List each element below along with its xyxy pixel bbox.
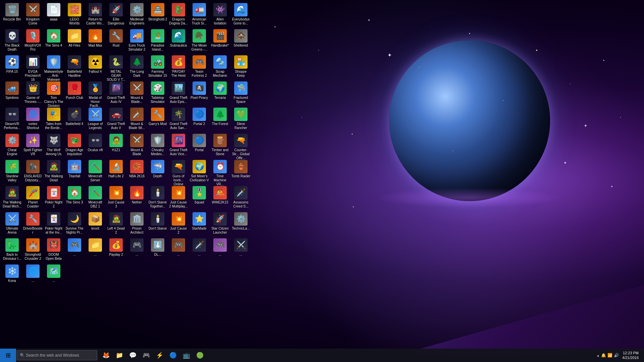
desktop-icon-mount-blade-2[interactable]: ⚔️ Mount & Blade: [126, 132, 147, 159]
desktop-icon-guns-online[interactable]: 🔫 Guns of Isorb... Online: [168, 159, 189, 185]
desktop-icon-wolf-among-us[interactable]: 🐺 The Wolf Among Us: [43, 132, 64, 159]
desktop-icon-euro-truck-2[interactable]: 🚚 Euro Truck Simulator 2: [126, 28, 147, 54]
desktop-icon-scrap-mechanic[interactable]: 🔩 Scrap Mechanic: [210, 54, 230, 80]
desktop-icon-the-black-death[interactable]: 💀 The Black Death: [2, 28, 22, 54]
taskbar-icon-task-explorer[interactable]: 📁: [113, 349, 125, 361]
desktop-icon-punch-club[interactable]: 🥊 Punch Club: [64, 80, 85, 106]
desktop-icon-everybodys-gone[interactable]: 🌊 Everybodys Gone to...: [230, 2, 251, 28]
desktop-icon-icon-row8-11[interactable]: 🌐 ...: [22, 263, 43, 289]
desktop-icon-icon-dl[interactable]: ⬇️ DL...: [147, 237, 168, 263]
desktop-icon-driver-booster[interactable]: 🔧 DriverBooster: [22, 211, 43, 237]
desktop-icon-subnautica[interactable]: 🌊 Subnautica: [168, 28, 189, 54]
desktop-icon-steamvr[interactable]: 👓 SteamVR Performa...: [2, 106, 22, 132]
desktop-icon-walking-dead-mich[interactable]: 🧟 The Walking Dead Mich...: [2, 185, 22, 211]
desktop-icon-metal-gear[interactable]: 🐍 METAL GEAR SOLID V T...: [106, 54, 126, 80]
desktop-icon-poker-night-inv[interactable]: 🃏 Poker Night at the Inv...: [43, 211, 64, 237]
desktop-icon-survive-nights[interactable]: 🌙 Survive The Nights Pr...: [64, 211, 85, 237]
desktop-icon-depth[interactable]: 🦈 Depth: [147, 159, 168, 185]
desktop-icon-timber-stone[interactable]: 🪵 Timber and Stone: [210, 132, 230, 159]
desktop-icon-h1z1[interactable]: 🧟 H1Z1: [106, 132, 126, 159]
desktop-icon-spintires[interactable]: 🚙 Spintires: [2, 80, 22, 106]
desktop-icon-pixel-piracy[interactable]: 🏴‍☠️ Pixel Piracy: [189, 80, 210, 106]
desktop-icon-recycle-bin[interactable]: 🗑️ Recycle Bin: [2, 2, 22, 28]
desktop-icon-sheltered[interactable]: 🏚️ Sheltered: [230, 28, 251, 54]
desktop-icon-poker-night-2[interactable]: 🃏 Poker Night 2: [43, 185, 64, 211]
desktop-icon-walking-dead[interactable]: 🧟 The Walking Dead: [43, 159, 64, 185]
desktop-icon-titanfall[interactable]: 🤖 Titanfall: [64, 159, 85, 185]
desktop-icon-ultimate-arena[interactable]: ⚔️ Ultimate Arena: [2, 211, 22, 237]
desktop-icon-tabletop-sim[interactable]: 🎲 Tabletop Simulator: [147, 80, 168, 106]
desktop-icon-icon-row8-1[interactable]: 🎮 ...: [64, 237, 85, 263]
desktop-icon-terraria[interactable]: 🌍 Terraria: [210, 80, 230, 106]
search-bar[interactable]: 🔍 Search the web and Windows: [17, 350, 97, 360]
desktop-icon-back-to-dinosaur[interactable]: 🦕 Back to Dinosaur I...: [2, 237, 22, 263]
desktop-icon-game-of-thrones[interactable]: 👑 Game of Thrones -...: [22, 80, 43, 106]
desktop-icon-slime-rancher[interactable]: 💚 Slime Rancher: [230, 106, 251, 132]
desktop-icon-medal-honor[interactable]: 🏅 Medal of Honor Pacifi...: [85, 80, 106, 106]
desktop-icon-dragons-dogma[interactable]: 🐉 Dragons Dogma Da...: [168, 2, 189, 28]
desktop-icon-evga-precision[interactable]: 📊 EVGA PrecisionX 16: [22, 54, 43, 80]
desktop-icon-mount-blade-war[interactable]: 🗡️ Mount & Blade Wi...: [126, 106, 147, 132]
desktop-icon-battlefield-4[interactable]: 💣 Battlefield 4: [64, 106, 85, 132]
desktop-icon-time-machine[interactable]: ⏰ Time Machine VR...: [210, 159, 230, 185]
desktop-icon-shoppe-keep[interactable]: 🏪 Shoppe Keep: [230, 54, 251, 80]
desktop-icon-chivalry[interactable]: 🛡️ Chivalry Mediev...: [147, 132, 168, 159]
desktop-icon-vortex[interactable]: 🌀 vortex Shortcut: [22, 106, 43, 132]
desktop-icon-the-sims-3[interactable]: 🏠 The Sims 3: [64, 185, 85, 211]
desktop-icon-stronghold-2[interactable]: 🏯 Stronghold 2: [147, 2, 168, 28]
desktop-icon-payday-heist[interactable]: 💰 'PAYDAY The Heist: [168, 54, 189, 80]
desktop-icon-just-cause-2[interactable]: 💥 Just Cause 2: [168, 211, 189, 237]
desktop-icon-portal[interactable]: 🔵 Portal: [189, 132, 210, 159]
taskbar-icon-task-unknown1[interactable]: 🔵: [167, 349, 179, 361]
desktop-icon-battlefield-hardline[interactable]: 🔫 Battlefield Hardline: [64, 54, 85, 80]
desktop-icon-handbrake[interactable]: 🎬 Handbrake*: [210, 28, 230, 54]
desktop-icon-wwe-2k15[interactable]: 🤼 WWE2K15: [210, 185, 230, 211]
desktop-icon-icon-row8-12[interactable]: 🗺️ ...: [43, 263, 64, 289]
desktop-icon-planet-coaster[interactable]: 🎢 Planet Coaster: [22, 185, 43, 211]
desktop-icon-cheat-engine[interactable]: ⚙️ Cheat Engine: [2, 132, 22, 159]
desktop-icon-aaaa[interactable]: 📄 aaaa: [43, 2, 64, 28]
desktop-icon-just-cause-3[interactable]: 💥 Just Cause 3: [106, 185, 126, 211]
taskbar-icon-task-nvidia[interactable]: ⚡: [154, 349, 166, 361]
desktop-icon-garrys-mod[interactable]: 🔧 Garry's Mod: [147, 106, 168, 132]
desktop-icon-star-citizen[interactable]: 🚀 Star Citizen Launcher: [210, 211, 230, 237]
desktop-icon-gta-iv[interactable]: 🌆 Grand Theft Auto IV: [106, 80, 126, 106]
desktop-icon-medieval-engineers[interactable]: ⚙️ Medieval Engineers: [126, 2, 147, 28]
desktop-icon-dragon-age[interactable]: 🐲 Dragon Age Inquisition: [64, 132, 85, 159]
desktop-icon-the-mean-greens[interactable]: 🪖 The Mean Greens -...: [189, 28, 210, 54]
desktop-icon-the-long-dark[interactable]: 🌲 The Long Dark: [126, 54, 147, 80]
desktop-icon-stronghold-crusader[interactable]: 🏰 Stronghold Crusader 2: [22, 237, 43, 263]
desktop-icon-oculus-rift[interactable]: 👓 Oculus rift: [85, 132, 106, 159]
tray-chevron[interactable]: ▲: [596, 354, 600, 357]
desktop-icon-kona[interactable]: ❄️ Kona: [2, 263, 22, 289]
taskbar-icon-task-unknown2[interactable]: 🟢: [194, 349, 206, 361]
start-button[interactable]: ⊞: [0, 349, 16, 362]
desktop-icon-icon-row8-6[interactable]: 🎮 ...: [168, 237, 189, 263]
desktop-icon-payday-2[interactable]: 💰 Payday 2: [106, 237, 126, 263]
desktop-icon-tomb-raider[interactable]: 🏺 Tomb Raider: [230, 159, 251, 185]
desktop-icon-tom-clancy-division[interactable]: 🎯 Tom Clancy's The Division: [43, 80, 64, 106]
desktop-icon-dont-starve[interactable]: 🕯️ Don't Starve: [147, 211, 168, 237]
desktop-icon-gta-vice[interactable]: 🌆 Grand Theft Auto Vice...: [168, 132, 189, 159]
desktop-icon-gta-v[interactable]: 🚗 Grand Theft Auto V: [106, 106, 126, 132]
taskbar-icon-task-screen[interactable]: 📺: [180, 349, 193, 361]
desktop-icon-minecraft-dbz[interactable]: ⛏️ Minecraft DBZ 1: [85, 185, 106, 211]
desktop-icon-portal-2[interactable]: 🔵 Portal 2: [189, 106, 210, 132]
desktop-icon-civ-v[interactable]: 🌍 Sid Meier's Civilization V: [189, 159, 210, 185]
desktop-icon-csgo[interactable]: 🔫 Counter-Str... Global Offe...: [230, 132, 251, 159]
desktop-icon-assassins-creed[interactable]: 🗡️ Assassins Creed S...: [230, 185, 251, 211]
desktop-icon-half-life-2[interactable]: 🔬 Half-Life 2: [106, 159, 126, 185]
desktop-icon-spell-fighter[interactable]: ✨ Spell Fighter VR: [22, 132, 43, 159]
desktop-icon-league-legends[interactable]: ⚔️ League of Legends: [85, 106, 106, 132]
desktop-icon-dont-starve-together[interactable]: 🕯️ Don't Starve Together...: [147, 185, 168, 211]
desktop-icon-fractured-space[interactable]: 🛸 Fractured Space: [230, 80, 251, 106]
desktop-icon-all-files[interactable]: 📁 All Files: [64, 28, 85, 54]
desktop-icon-icon-row8-4[interactable]: 🎮 ...: [126, 237, 147, 263]
desktop-icon-fallout-4[interactable]: ☢️ Fallout 4: [85, 54, 106, 80]
desktop-icon-nether[interactable]: 🔥 Nether: [126, 185, 147, 211]
desktop-icon-mad-max[interactable]: 🔥 Mad Max: [85, 28, 106, 54]
desktop-icon-prison-architect[interactable]: 🏛️ Prison Architect: [126, 211, 147, 237]
desktop-icon-alien-isolation[interactable]: 👾 Alien Isolation: [210, 2, 230, 28]
desktop-icon-elite-dangerous[interactable]: 🚀 Elite Dangerous: [106, 2, 126, 28]
desktop-icon-morphvox[interactable]: 🎙️ MorphVOX Pro: [22, 28, 43, 54]
